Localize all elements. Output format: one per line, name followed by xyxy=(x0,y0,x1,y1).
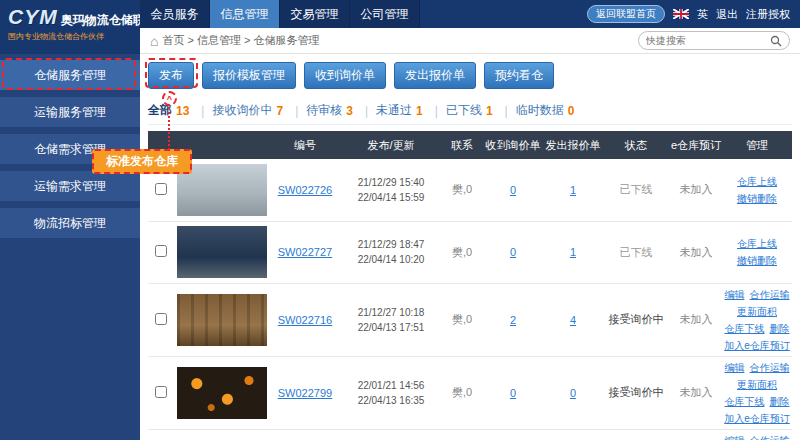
warehouse-id-link[interactable]: SW022716 xyxy=(278,314,332,326)
warehouse-thumbnail xyxy=(177,164,267,216)
management-actions: 编辑 合作运输 更新面积 仓库下线 删除 加入e仓库预订 xyxy=(722,429,792,440)
action-link[interactable]: 加入e仓库预订 xyxy=(724,413,790,424)
quotes-count-link[interactable]: 4 xyxy=(570,314,576,326)
row-checkbox[interactable] xyxy=(155,183,167,195)
sidebar-item-1[interactable]: 运输服务管理 xyxy=(0,97,140,127)
row-checkbox[interactable] xyxy=(155,313,167,325)
inquiries-count-link[interactable]: 2 xyxy=(510,314,516,326)
topbar-right: 返回联盟首页 英 退出 注册授权 xyxy=(587,0,800,28)
top-nav: 会员服务信息管理交易管理公司管理 xyxy=(140,0,420,28)
action-link[interactable]: 删除 xyxy=(770,396,790,407)
management-actions: 编辑 合作运输 更新面积 仓库下线 删除 加入e仓库预订 xyxy=(722,356,792,429)
warehouse-id-link[interactable]: SW022799 xyxy=(278,387,332,399)
warehouse-table-body: SW02272621/12/29 15:4022/04/14 15:59樊,00… xyxy=(148,159,792,440)
back-home-button[interactable]: 返回联盟首页 xyxy=(587,5,665,23)
column-header xyxy=(174,131,270,159)
breadcrumb: 首页 > 信息管理 > 仓储服务管理 xyxy=(162,33,319,48)
ewarehouse-status: 未加入 xyxy=(670,159,722,221)
filter-tab-2[interactable]: 待审核3 xyxy=(306,102,376,119)
status-text: 已下线 xyxy=(602,159,670,221)
toolbar-button-1[interactable]: 报价模板管理 xyxy=(202,62,296,89)
logo-tagline: 国内专业物流仓储合作伙伴 xyxy=(8,31,132,42)
quotes-count-link[interactable]: 1 xyxy=(570,246,576,258)
topbar: 会员服务信息管理交易管理公司管理 返回联盟首页 英 退出 注册授权 xyxy=(140,0,800,28)
filter-tab-0[interactable]: 全部13 xyxy=(148,102,212,119)
action-link[interactable]: 仓库上线 xyxy=(737,176,777,187)
nav-tab-3[interactable]: 公司管理 xyxy=(350,0,420,28)
action-link[interactable]: 合作运输 xyxy=(750,435,790,440)
table-row: SW02271621/12/27 10:1822/04/13 17:51樊,02… xyxy=(148,283,792,356)
home-icon: ⌂ xyxy=(150,33,158,49)
logo: CYM 奥玛物流仓储联盟 国内专业物流仓储合作伙伴 xyxy=(0,0,140,54)
warehouse-id-link[interactable]: SW022727 xyxy=(278,246,332,258)
filter-tab-1[interactable]: 接收询价中7 xyxy=(212,102,306,119)
publish-update-dates: 22/01/21 14:5622/04/13 16:35 xyxy=(340,356,442,429)
action-link[interactable]: 更新面积 xyxy=(737,306,777,317)
toolbar-button-0[interactable]: 发布 xyxy=(148,62,194,89)
contact-cell: 樊,0 xyxy=(442,159,482,221)
sidebar-item-3[interactable]: 运输需求管理 xyxy=(0,171,140,201)
publish-update-dates: 21/12/29 15:4022/04/14 15:59 xyxy=(340,159,442,221)
nav-tab-2[interactable]: 交易管理 xyxy=(280,0,350,28)
action-link[interactable]: 撤销删除 xyxy=(737,255,777,266)
inquiries-count-link[interactable]: 0 xyxy=(510,184,516,196)
uk-flag-icon xyxy=(673,9,689,19)
row-checkbox[interactable] xyxy=(155,245,167,257)
sidebar-item-2[interactable]: 仓储需求管理 xyxy=(0,134,140,164)
toolbar-button-4[interactable]: 预约看仓 xyxy=(484,62,554,89)
ewarehouse-status: 未加入 xyxy=(670,356,722,429)
ewarehouse-status: 未加入 xyxy=(670,283,722,356)
publish-update-dates: 21/12/29 18:4722/04/14 10:20 xyxy=(340,221,442,283)
logout-link[interactable]: 退出 xyxy=(716,7,738,22)
column-header: e仓库预订 xyxy=(670,131,722,159)
warehouse-thumbnail xyxy=(177,226,267,278)
page: CYM 奥玛物流仓储联盟 国内专业物流仓储合作伙伴 仓储服务管理运输服务管理仓储… xyxy=(0,0,800,440)
action-link[interactable]: 删除 xyxy=(770,323,790,334)
status-text: 已下线 xyxy=(602,221,670,283)
action-link[interactable]: 合作运输 xyxy=(750,289,790,300)
nav-tab-1[interactable]: 信息管理 xyxy=(210,0,280,28)
filter-tab-3[interactable]: 未通过1 xyxy=(376,102,446,119)
toolbar-button-2[interactable]: 收到询价单 xyxy=(304,62,386,89)
warehouse-thumbnail xyxy=(177,294,267,346)
contact-cell: 樊,0 xyxy=(442,283,482,356)
register-auth-link[interactable]: 注册授权 xyxy=(746,7,790,22)
contact-cell: 樊,0 xyxy=(442,221,482,283)
search-box xyxy=(638,31,790,50)
content: 发布报价模板管理收到询价单发出报价单预约看仓 全部13接收询价中7待审核3未通过… xyxy=(140,54,800,440)
action-link[interactable]: 编辑 xyxy=(724,289,744,300)
table-row: SW02279922/01/21 14:5622/04/13 16:35樊,00… xyxy=(148,356,792,429)
ewarehouse-status: 未加入 xyxy=(670,221,722,283)
search-input[interactable] xyxy=(646,35,770,46)
filter-tab-4[interactable]: 已下线1 xyxy=(446,102,516,119)
action-link[interactable]: 编辑 xyxy=(724,435,744,440)
toolbar-button-3[interactable]: 发出报价单 xyxy=(394,62,476,89)
publish-update-dates: 22/01/21 14:29 xyxy=(340,429,442,440)
status-text: 接受询价中 xyxy=(602,429,670,440)
nav-tab-0[interactable]: 会员服务 xyxy=(140,0,210,28)
sidebar-item-0[interactable]: 仓储服务管理 xyxy=(0,60,140,90)
action-link[interactable]: 仓库下线 xyxy=(724,323,764,334)
inquiries-count-link[interactable]: 0 xyxy=(510,387,516,399)
action-link[interactable]: 更新面积 xyxy=(737,379,777,390)
row-checkbox[interactable] xyxy=(155,386,167,398)
action-link[interactable]: 仓库上线 xyxy=(737,238,777,249)
action-link[interactable]: 仓库下线 xyxy=(724,396,764,407)
action-link[interactable]: 合作运输 xyxy=(750,362,790,373)
toolbar: 发布报价模板管理收到询价单发出报价单预约看仓 xyxy=(148,62,792,89)
sidebar-item-4[interactable]: 物流招标管理 xyxy=(0,208,140,238)
sidebar: CYM 奥玛物流仓储联盟 国内专业物流仓储合作伙伴 仓储服务管理运输服务管理仓储… xyxy=(0,0,140,440)
quotes-count-link[interactable]: 0 xyxy=(570,387,576,399)
search-icon[interactable] xyxy=(770,35,782,47)
inquiries-count-link[interactable]: 0 xyxy=(510,246,516,258)
action-link[interactable]: 撤销删除 xyxy=(737,193,777,204)
column-header: 收到询价单 xyxy=(482,131,544,159)
quotes-count-link[interactable]: 1 xyxy=(570,184,576,196)
warehouse-thumbnail xyxy=(177,367,267,419)
filter-tab-5[interactable]: 临时数据0 xyxy=(516,102,575,119)
language-link[interactable]: 英 xyxy=(697,7,708,22)
action-link[interactable]: 编辑 xyxy=(724,362,744,373)
warehouse-id-link[interactable]: SW022726 xyxy=(278,184,332,196)
management-actions: 仓库上线 撤销删除 xyxy=(722,159,792,221)
action-link[interactable]: 加入e仓库预订 xyxy=(724,340,790,351)
